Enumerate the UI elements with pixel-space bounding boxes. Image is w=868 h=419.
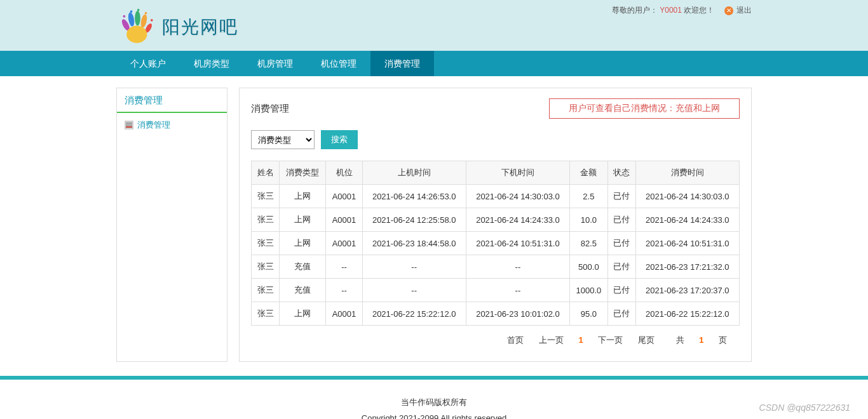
table-cell: A0001 xyxy=(326,208,362,232)
table-header: 姓名 xyxy=(252,161,280,185)
content-panel: 消费管理 用户可查看自己消费情况：充值和上网 消费类型 搜索 姓名消费类型机位上… xyxy=(239,88,752,362)
table-cell: 已付 xyxy=(607,255,635,279)
page-first[interactable]: 首页 xyxy=(507,335,524,345)
svg-point-7 xyxy=(130,10,133,13)
table-cell: 2021-06-23 18:44:58.0 xyxy=(362,232,466,255)
username: Y0001 xyxy=(660,6,682,15)
nav-item-0[interactable]: 个人账户 xyxy=(116,51,180,76)
table-cell: 82.5 xyxy=(570,232,608,255)
table-header: 消费时间 xyxy=(635,161,739,185)
table-cell: 2021-06-24 12:25:58.0 xyxy=(362,208,466,232)
user-label: 尊敬的用户： xyxy=(612,6,658,15)
table-cell: 2021-06-22 15:22:12.0 xyxy=(635,302,739,326)
data-table: 姓名消费类型机位上机时间下机时间金额状态消费时间 张三上网A00012021-0… xyxy=(251,161,740,326)
pagination: 首页 上一页 1 下一页 尾页 共 1 页 xyxy=(251,335,740,346)
search-button[interactable]: 搜索 xyxy=(321,130,358,149)
table-cell: 2021-06-24 14:30:03.0 xyxy=(466,185,569,208)
table-header: 机位 xyxy=(326,161,362,185)
table-cell: 95.0 xyxy=(570,302,608,326)
table-cell: 2.5 xyxy=(570,185,608,208)
nav-item-2[interactable]: 机房管理 xyxy=(243,51,307,76)
table-cell: 已付 xyxy=(607,232,635,255)
table-cell: 1000.0 xyxy=(570,279,608,302)
table-cell: 已付 xyxy=(607,185,635,208)
list-icon xyxy=(125,121,133,130)
table-cell: 2021-06-24 10:51:31.0 xyxy=(635,232,739,255)
consume-type-select[interactable]: 消费类型 xyxy=(251,130,315,149)
table-row: 张三充值------1000.0已付2021-06-23 17:20:37.0 xyxy=(252,279,740,302)
user-info: 尊敬的用户： Y0001 欢迎您！ ✕ 退出 xyxy=(612,5,752,16)
table-cell: -- xyxy=(362,279,466,302)
logout-link[interactable]: 退出 xyxy=(736,6,752,15)
sidebar-item-consume[interactable]: 消费管理 xyxy=(117,113,227,137)
table-cell: 已付 xyxy=(607,208,635,232)
table-cell: 张三 xyxy=(252,232,280,255)
site-title: 阳光网吧 xyxy=(162,15,238,39)
table-cell: 2021-06-23 10:01:02.0 xyxy=(466,302,569,326)
table-cell: 已付 xyxy=(607,302,635,326)
page-current[interactable]: 1 xyxy=(578,335,583,345)
table-cell: -- xyxy=(362,255,466,279)
table-cell: 张三 xyxy=(252,255,280,279)
svg-point-9 xyxy=(145,12,147,15)
svg-point-10 xyxy=(151,19,153,22)
logout-icon[interactable]: ✕ xyxy=(724,6,733,15)
table-header: 金额 xyxy=(570,161,608,185)
search-row: 消费类型 搜索 xyxy=(251,130,740,149)
table-cell: -- xyxy=(326,279,362,302)
page-next[interactable]: 下一页 xyxy=(598,335,623,345)
table-cell: 张三 xyxy=(252,208,280,232)
svg-point-5 xyxy=(126,26,147,43)
svg-point-8 xyxy=(137,9,140,11)
table-cell: 充值 xyxy=(280,279,326,302)
table-cell: 10.0 xyxy=(570,208,608,232)
watermark: CSDN @qq857222631 xyxy=(759,402,850,413)
nav-item-1[interactable]: 机房类型 xyxy=(180,51,243,76)
sidebar-title: 消费管理 xyxy=(117,88,227,113)
table-cell: 上网 xyxy=(280,208,326,232)
svg-point-3 xyxy=(140,14,148,28)
nav-item-4[interactable]: 消费管理 xyxy=(370,51,434,76)
table-header: 下机时间 xyxy=(466,161,569,185)
header-bar: 尊敬的用户： Y0001 欢迎您！ ✕ 退出 xyxy=(0,0,868,51)
table-row: 张三上网A00012021-06-22 15:22:12.02021-06-23… xyxy=(252,302,740,326)
table-cell: 2021-06-24 14:30:03.0 xyxy=(635,185,739,208)
table-row: 张三充值------500.0已付2021-06-23 17:21:32.0 xyxy=(252,255,740,279)
table-header: 上机时间 xyxy=(362,161,466,185)
table-cell: 充值 xyxy=(280,255,326,279)
svg-point-2 xyxy=(135,11,140,26)
logo-area: 阳光网吧 xyxy=(116,8,238,47)
table-cell: 2021-06-24 14:26:53.0 xyxy=(362,185,466,208)
table-cell: 上网 xyxy=(280,302,326,326)
table-cell: -- xyxy=(466,279,569,302)
table-cell: 已付 xyxy=(607,279,635,302)
table-header: 消费类型 xyxy=(280,161,326,185)
nav-bar: 个人账户机房类型机房管理机位管理消费管理 xyxy=(0,51,868,76)
table-cell: 2021-06-24 14:24:33.0 xyxy=(466,208,569,232)
svg-point-6 xyxy=(123,15,126,18)
footer-text: 当牛作码版权所有 Copyright 2021-2099 All rights … xyxy=(0,380,868,419)
table-header: 状态 xyxy=(607,161,635,185)
table-cell: -- xyxy=(466,255,569,279)
table-cell: 张三 xyxy=(252,302,280,326)
content-title: 消费管理 xyxy=(251,103,289,115)
table-cell: 2021-06-24 14:24:33.0 xyxy=(635,208,739,232)
table-row: 张三上网A00012021-06-23 18:44:58.02021-06-24… xyxy=(252,232,740,255)
table-cell: A0001 xyxy=(326,302,362,326)
nav-item-3[interactable]: 机位管理 xyxy=(307,51,370,76)
page-last[interactable]: 尾页 xyxy=(638,335,654,345)
notice-box: 用户可查看自己消费情况：充值和上网 xyxy=(549,98,740,119)
page-prev[interactable]: 上一页 xyxy=(539,335,564,345)
page-total: 共 1 页 xyxy=(670,335,733,345)
hand-logo-icon xyxy=(116,8,156,47)
table-cell: 张三 xyxy=(252,185,280,208)
table-cell: -- xyxy=(326,255,362,279)
table-cell: 张三 xyxy=(252,279,280,302)
table-cell: 上网 xyxy=(280,185,326,208)
welcome-text: 欢迎您！ xyxy=(684,6,714,15)
table-cell: 上网 xyxy=(280,232,326,255)
table-cell: 2021-06-23 17:21:32.0 xyxy=(635,255,739,279)
sidebar: 消费管理 消费管理 xyxy=(116,88,227,362)
table-cell: A0001 xyxy=(326,232,362,255)
table-cell: 2021-06-24 10:51:31.0 xyxy=(466,232,569,255)
